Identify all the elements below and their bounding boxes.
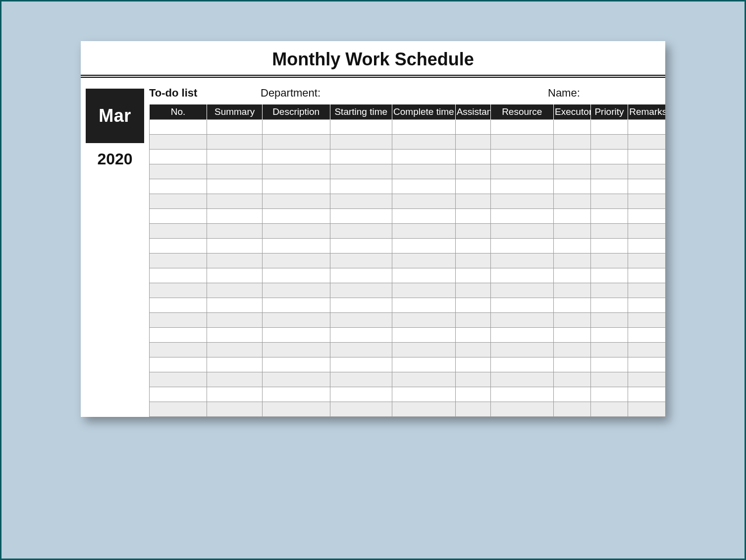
table-cell[interactable] xyxy=(207,402,262,416)
table-cell[interactable] xyxy=(628,134,665,149)
table-cell[interactable] xyxy=(262,208,330,223)
table-cell[interactable] xyxy=(591,223,628,238)
table-cell[interactable] xyxy=(150,298,207,312)
table-cell[interactable] xyxy=(490,283,554,298)
table-cell[interactable] xyxy=(392,223,456,238)
table-cell[interactable] xyxy=(591,134,628,149)
table-cell[interactable] xyxy=(455,402,490,416)
table-cell[interactable] xyxy=(554,194,591,208)
table-cell[interactable] xyxy=(591,372,628,387)
table-cell[interactable] xyxy=(490,298,554,312)
table-cell[interactable] xyxy=(150,119,207,134)
table-cell[interactable] xyxy=(455,268,490,283)
table-cell[interactable] xyxy=(490,223,554,238)
table-cell[interactable] xyxy=(262,119,330,134)
table-cell[interactable] xyxy=(628,298,665,312)
table-cell[interactable] xyxy=(455,223,490,238)
table-cell[interactable] xyxy=(554,119,591,134)
table-cell[interactable] xyxy=(262,253,330,268)
table-cell[interactable] xyxy=(490,149,554,164)
table-cell[interactable] xyxy=(628,327,665,342)
table-cell[interactable] xyxy=(207,342,262,357)
table-cell[interactable] xyxy=(150,402,207,416)
table-cell[interactable] xyxy=(490,357,554,372)
table-cell[interactable] xyxy=(554,134,591,149)
table-cell[interactable] xyxy=(392,268,456,283)
table-cell[interactable] xyxy=(554,387,591,402)
table-cell[interactable] xyxy=(490,238,554,253)
table-cell[interactable] xyxy=(554,357,591,372)
table-cell[interactable] xyxy=(262,134,330,149)
table-cell[interactable] xyxy=(591,342,628,357)
table-cell[interactable] xyxy=(554,327,591,342)
table-cell[interactable] xyxy=(490,387,554,402)
table-cell[interactable] xyxy=(628,208,665,223)
table-cell[interactable] xyxy=(455,179,490,194)
table-cell[interactable] xyxy=(628,194,665,208)
table-cell[interactable] xyxy=(455,372,490,387)
table-cell[interactable] xyxy=(392,208,456,223)
table-cell[interactable] xyxy=(207,119,262,134)
table-cell[interactable] xyxy=(628,312,665,327)
table-cell[interactable] xyxy=(392,119,456,134)
table-cell[interactable] xyxy=(392,402,456,416)
table-cell[interactable] xyxy=(150,372,207,387)
table-cell[interactable] xyxy=(628,238,665,253)
table-cell[interactable] xyxy=(490,402,554,416)
table-cell[interactable] xyxy=(207,164,262,179)
table-cell[interactable] xyxy=(150,283,207,298)
table-cell[interactable] xyxy=(150,312,207,327)
table-cell[interactable] xyxy=(392,134,456,149)
table-cell[interactable] xyxy=(554,253,591,268)
table-cell[interactable] xyxy=(207,268,262,283)
table-cell[interactable] xyxy=(330,119,392,134)
table-cell[interactable] xyxy=(330,179,392,194)
table-cell[interactable] xyxy=(330,238,392,253)
table-cell[interactable] xyxy=(490,327,554,342)
table-cell[interactable] xyxy=(207,179,262,194)
table-cell[interactable] xyxy=(455,238,490,253)
table-cell[interactable] xyxy=(490,179,554,194)
table-cell[interactable] xyxy=(554,298,591,312)
table-cell[interactable] xyxy=(330,253,392,268)
table-cell[interactable] xyxy=(554,208,591,223)
table-cell[interactable] xyxy=(262,402,330,416)
table-cell[interactable] xyxy=(591,387,628,402)
table-cell[interactable] xyxy=(392,253,456,268)
table-cell[interactable] xyxy=(591,238,628,253)
table-cell[interactable] xyxy=(207,208,262,223)
table-cell[interactable] xyxy=(455,357,490,372)
table-cell[interactable] xyxy=(392,283,456,298)
table-cell[interactable] xyxy=(628,253,665,268)
table-cell[interactable] xyxy=(455,283,490,298)
table-cell[interactable] xyxy=(150,327,207,342)
table-cell[interactable] xyxy=(207,149,262,164)
table-cell[interactable] xyxy=(207,298,262,312)
table-cell[interactable] xyxy=(490,119,554,134)
table-cell[interactable] xyxy=(330,268,392,283)
table-cell[interactable] xyxy=(392,238,456,253)
table-cell[interactable] xyxy=(554,312,591,327)
table-cell[interactable] xyxy=(330,164,392,179)
table-cell[interactable] xyxy=(591,194,628,208)
table-cell[interactable] xyxy=(455,164,490,179)
table-cell[interactable] xyxy=(554,268,591,283)
table-cell[interactable] xyxy=(591,312,628,327)
table-cell[interactable] xyxy=(628,179,665,194)
table-cell[interactable] xyxy=(554,283,591,298)
table-cell[interactable] xyxy=(262,283,330,298)
table-cell[interactable] xyxy=(455,327,490,342)
table-cell[interactable] xyxy=(628,268,665,283)
table-cell[interactable] xyxy=(591,357,628,372)
table-cell[interactable] xyxy=(554,164,591,179)
table-cell[interactable] xyxy=(490,312,554,327)
table-cell[interactable] xyxy=(207,238,262,253)
table-cell[interactable] xyxy=(591,283,628,298)
table-cell[interactable] xyxy=(628,342,665,357)
table-cell[interactable] xyxy=(207,194,262,208)
table-cell[interactable] xyxy=(330,357,392,372)
table-cell[interactable] xyxy=(591,402,628,416)
table-cell[interactable] xyxy=(455,298,490,312)
table-cell[interactable] xyxy=(262,194,330,208)
table-cell[interactable] xyxy=(628,372,665,387)
